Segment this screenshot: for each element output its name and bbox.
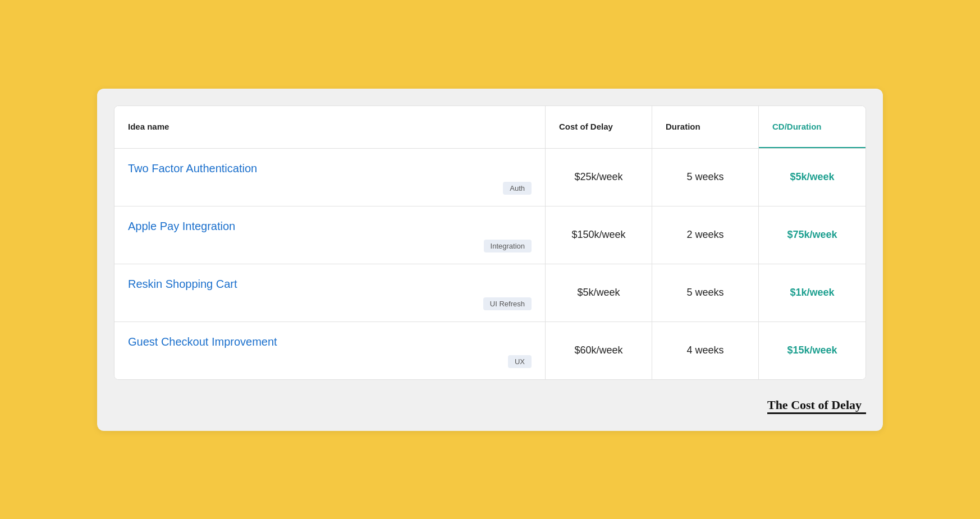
cost-of-delay-cell-3: $60k/week	[546, 322, 652, 379]
idea-tag-0: Auth	[503, 182, 532, 195]
idea-cell-0: Two Factor Authentication Auth	[115, 149, 546, 206]
idea-cell-2: Reskin Shopping Cart UI Refresh	[115, 264, 546, 321]
footer-title: The Cost of Delay	[767, 398, 866, 414]
idea-tag-2: UI Refresh	[483, 297, 532, 310]
idea-tag-1: Integration	[484, 240, 532, 252]
duration-cell-2: 5 weeks	[652, 264, 759, 321]
idea-cell-1: Apple Pay Integration Integration	[115, 206, 546, 264]
table-header: Idea name Cost of Delay Duration CD/Dura…	[115, 106, 865, 149]
cost-of-delay-cell-1: $150k/week	[546, 206, 652, 264]
table-row[interactable]: Guest Checkout Improvement UX $60k/week …	[115, 322, 865, 379]
header-duration: Duration	[652, 106, 759, 148]
table-row[interactable]: Two Factor Authentication Auth $25k/week…	[115, 149, 865, 206]
header-cost-of-delay: Cost of Delay	[546, 106, 652, 148]
idea-name-1[interactable]: Apple Pay Integration	[128, 220, 532, 233]
idea-name-3[interactable]: Guest Checkout Improvement	[128, 336, 532, 348]
table-row[interactable]: Apple Pay Integration Integration $150k/…	[115, 206, 865, 264]
cd-duration-cell-3: $15k/week	[759, 322, 865, 379]
idea-cell-3: Guest Checkout Improvement UX	[115, 322, 546, 379]
cost-of-delay-cell-0: $25k/week	[546, 149, 652, 206]
header-idea-name: Idea name	[115, 106, 546, 148]
main-card: Idea name Cost of Delay Duration CD/Dura…	[97, 89, 883, 431]
cd-duration-cell-0: $5k/week	[759, 149, 865, 206]
cd-duration-cell-1: $75k/week	[759, 206, 865, 264]
priority-table: Idea name Cost of Delay Duration CD/Dura…	[114, 105, 866, 380]
idea-tag-3: UX	[508, 355, 532, 368]
footer-area: The Cost of Delay	[114, 384, 866, 414]
cd-duration-cell-2: $1k/week	[759, 264, 865, 321]
cost-of-delay-cell-2: $5k/week	[546, 264, 652, 321]
table-row[interactable]: Reskin Shopping Cart UI Refresh $5k/week…	[115, 264, 865, 322]
duration-cell-1: 2 weeks	[652, 206, 759, 264]
table-body: Two Factor Authentication Auth $25k/week…	[115, 149, 865, 379]
idea-name-2[interactable]: Reskin Shopping Cart	[128, 278, 532, 291]
idea-name-0[interactable]: Two Factor Authentication	[128, 162, 532, 175]
header-cd-duration: CD/Duration	[759, 106, 865, 148]
duration-cell-0: 5 weeks	[652, 149, 759, 206]
duration-cell-3: 4 weeks	[652, 322, 759, 379]
